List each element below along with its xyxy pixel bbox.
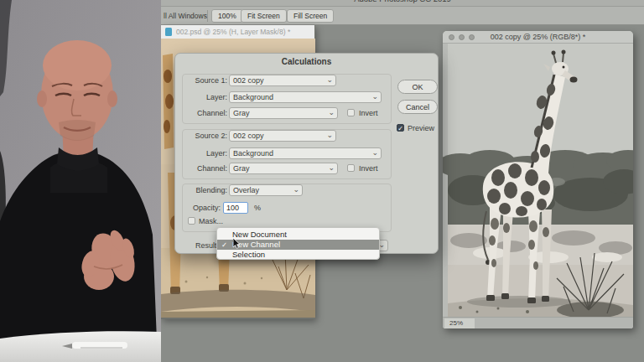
checkmark-icon: ✓	[221, 240, 227, 250]
menu-item-new-channel[interactable]: ✓ New Channel	[217, 240, 379, 250]
ok-button[interactable]: OK	[397, 80, 438, 94]
options-bar: ll All Windows 100% Fit Screen Fill Scre…	[161, 7, 644, 25]
channel2-label: Channel:	[180, 163, 227, 174]
app-title-bar: Adobe Photoshop CC 2019	[161, 0, 644, 7]
window-title-bar[interactable]: 002 copy @ 25% (RGB/8*) *	[443, 31, 633, 44]
source2-label: Source 2:	[180, 130, 227, 142]
mask-label: Mask...	[199, 217, 223, 226]
calculations-dialog: Calculations Source 1: 002 copy ⌄ Layer:…	[174, 53, 439, 254]
canvas-002copy[interactable]	[443, 44, 633, 317]
opacity-input[interactable]	[223, 202, 248, 214]
result-label: Result:	[175, 240, 219, 251]
fit-screen-button[interactable]: Fit Screen	[241, 9, 287, 23]
opacity-unit: %	[254, 204, 261, 213]
dialog-title: Calculations	[175, 57, 438, 66]
layer1-value: Background	[233, 93, 273, 101]
menu-item-selection[interactable]: Selection	[217, 250, 379, 260]
blending-select[interactable]: Overlay ⌄	[229, 184, 303, 196]
bw-giraffe-image	[443, 44, 633, 317]
invert2-checkbox[interactable]	[347, 164, 355, 172]
app-title: Adobe Photoshop CC 2019	[161, 0, 644, 6]
opacity-label: Opacity:	[180, 202, 221, 214]
document-icon	[165, 28, 172, 36]
source1-label: Source 1:	[180, 75, 227, 86]
layer2-value: Background	[233, 149, 273, 158]
channel1-select[interactable]: Gray ⌄	[229, 107, 338, 119]
mouse-cursor	[233, 238, 241, 249]
layer2-select[interactable]: Background ⌄	[229, 147, 382, 159]
presenter-illustration	[0, 0, 161, 362]
window-title: 002 copy @ 25% (RGB/8*) *	[443, 33, 633, 41]
fill-screen-button[interactable]: Fill Screen	[287, 9, 334, 23]
video-frame: { "app": { "title": "Adobe Photoshop CC …	[0, 0, 644, 362]
presenter-video	[0, 0, 161, 362]
document-window-002copy: 002 copy @ 25% (RGB/8*) *	[443, 31, 633, 328]
blending-label: Blending:	[180, 184, 227, 196]
preview-label: Preview	[408, 124, 434, 133]
source2-value: 002 copy	[233, 132, 264, 140]
photoshop-app: Adobe Photoshop CC 2019 ll All Windows 1…	[161, 0, 644, 362]
chevron-down-icon: ⌄	[326, 130, 333, 140]
source2-select[interactable]: 002 copy ⌄	[229, 130, 336, 142]
layer1-label: Layer:	[180, 91, 227, 103]
invert1-checkbox[interactable]	[347, 109, 355, 116]
chevron-down-icon: ⌄	[293, 184, 299, 194]
status-bar: 25%	[443, 317, 633, 328]
channel1-label: Channel:	[180, 107, 227, 119]
chevron-down-icon: ⌄	[371, 147, 378, 158]
channel2-select[interactable]: Gray ⌄	[229, 163, 338, 174]
layer1-select[interactable]: Background ⌄	[229, 91, 382, 103]
document-tab-title: 002.psd @ 25% (H, Layer Mask/8) *	[176, 28, 290, 36]
cancel-button[interactable]: Cancel	[397, 100, 438, 114]
layer2-label: Layer:	[180, 147, 227, 159]
result-dropdown-menu: New Document ✓ New Channel Selection	[216, 227, 380, 260]
menu-item-new-document[interactable]: New Document	[217, 230, 379, 240]
checkmark-icon: ✓	[397, 125, 403, 132]
blending-value: Overlay	[233, 186, 259, 194]
chevron-down-icon: ⌄	[328, 163, 335, 173]
menu-item-label: Selection	[232, 250, 265, 259]
invert1-label: Invert	[359, 109, 378, 118]
chevron-down-icon: ⌄	[326, 75, 333, 85]
scroll-all-windows-label: ll All Windows	[164, 12, 207, 20]
source1-select[interactable]: 002 copy ⌄	[229, 75, 336, 86]
source1-value: 002 copy	[233, 76, 264, 85]
mask-checkbox[interactable]	[188, 217, 195, 225]
zoom-level-field[interactable]: 25%	[444, 318, 475, 328]
preview-checkbox[interactable]: ✓	[397, 124, 404, 132]
options-separator	[207, 10, 208, 22]
invert2-label: Invert	[359, 164, 378, 173]
channel2-value: Gray	[233, 164, 250, 173]
document-tab[interactable]: 002.psd @ 25% (H, Layer Mask/8) *	[161, 25, 314, 39]
chevron-down-icon: ⌄	[371, 91, 378, 101]
zoom-100-button[interactable]: 100%	[211, 9, 243, 23]
channel1-value: Gray	[233, 109, 250, 117]
chevron-down-icon: ⌄	[328, 107, 335, 117]
